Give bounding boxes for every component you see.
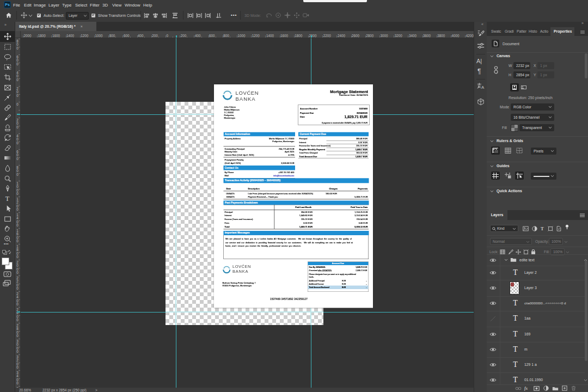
svg-text:A: A — [481, 85, 485, 90]
svg-text:T: T — [5, 195, 10, 203]
